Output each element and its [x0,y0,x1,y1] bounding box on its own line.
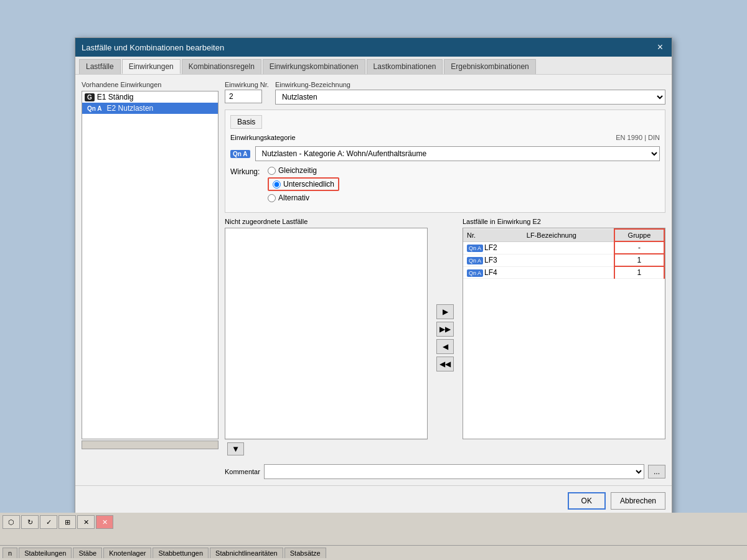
basis-tab-label[interactable]: Basis [230,115,262,129]
lf3-bezeichnung [523,254,614,266]
bottom-tab-stabbettungen[interactable]: Stabbettungen [153,548,209,558]
move-left-button[interactable]: ◀ [436,339,454,354]
toolbar-btn-4[interactable]: ⊞ [59,515,76,529]
close-button[interactable]: × [655,42,665,53]
bottom-tab-n[interactable]: n [2,548,17,558]
radio-unterschiedlich-input[interactable] [273,180,281,189]
einwirkung-bezeichnung-select[interactable]: Nutzlasten [275,90,665,105]
radio-alternativ[interactable]: Alternativ [268,194,339,202]
radio-gleichzeitig[interactable]: Gleichzeitig [268,166,339,175]
toolbar-row: ⬡ ↻ ✓ ⊞ ✕ ✕ [0,513,747,531]
bottom-tabs: n Stabteilungen Stäbe Knotenlager Stabbe… [0,545,747,560]
table-row[interactable]: Qn ALF3 1 [463,254,664,266]
wirkung-label: Wirkung: [230,166,268,176]
tab-kombinationsregeln[interactable]: Kombinationsregeln [182,59,261,74]
lf4-gruppe: 1 [614,266,664,279]
left-panel-label: Vorhandene Einwirkungen [82,81,218,88]
tab-einwirkungen[interactable]: Einwirkungen [122,59,181,74]
toolbar-btn-2[interactable]: ↻ [21,515,39,529]
list-item-e2[interactable]: Qn A E2 Nutzlasten [82,103,218,114]
cancel-button[interactable]: Abbrechen [611,492,665,510]
wirkung-radio-group: Gleichzeitig Unterschiedlich Alternativ [268,166,339,202]
nicht-zugeordnete-panel: Nicht zugeordnete Lastfälle ▼ [225,218,428,458]
right-panel: Einwirkung Nr. Einwirkung-Bezeichnung Nu… [225,81,665,479]
field-row: Einwirkung Nr. Einwirkung-Bezeichnung Nu… [225,81,665,105]
tab-einwirkungskombinationen[interactable]: Einwirkungskombinationen [263,59,365,74]
toolbar-btn-delete[interactable]: ✕ [96,515,113,529]
nicht-zugeordnete-list[interactable] [225,228,428,439]
lastfaelle-einwirkung-label: Lastfälle in Einwirkung E2 [463,218,665,225]
einwirkung-bezeichnung-group: Einwirkung-Bezeichnung Nutzlasten [275,81,665,105]
transfer-buttons: ▶ ▶▶ ◀ ◀◀ [434,218,456,458]
nicht-zugeordnete-label: Nicht zugeordnete Lastfälle [225,218,428,225]
badge-qna-e2: Qn A [85,105,105,113]
e1-id: E1 [97,93,106,101]
bottom-tab-staebe[interactable]: Stäbe [73,548,102,558]
lastfaelle-einwirkung-panel: Lastfälle in Einwirkung E2 Nr. LF-Bezeic… [463,218,665,458]
tab-bar: Lastfälle Einwirkungen Kombinationsregel… [75,57,672,75]
lf2-bezeichnung [523,241,614,254]
basis-section: Basis Einwirkungskategorie EN 1990 | DIN… [225,110,665,213]
e2-id: E2 [107,104,116,113]
kategorie-select-row: Qn A Nutzlasten - Kategorie A: Wohn/Aufe… [230,146,660,161]
bottom-tab-knotenlager[interactable]: Knotenlager [103,548,151,558]
kategorie-badge: Qn A [230,150,250,158]
kommentar-label: Kommentar [225,468,260,475]
title-bar: Lastfälle und Kombinationen bearbeiten × [75,38,672,57]
kommentar-input[interactable] [264,464,644,479]
lastfaelle-einwirkung-list[interactable]: Nr. LF-Bezeichnung Gruppe Qn ALF2 [463,228,665,439]
dialog-body: Vorhandene Einwirkungen G E1 Ständig Qn … [75,75,672,485]
move-all-right-button[interactable]: ▶▶ [436,322,454,337]
list-item-e1[interactable]: G E1 Ständig [82,91,218,103]
radio-unterschiedlich-label: Unterschiedlich [283,180,334,189]
move-right-button[interactable]: ▶ [436,304,454,319]
bottom-tab-stabteilungen[interactable]: Stabteilungen [19,548,72,558]
dialog-columns: Vorhandene Einwirkungen G E1 Ständig Qn … [82,81,665,479]
lf2-nr: Qn ALF2 [463,241,523,254]
left-scrollbar[interactable] [82,441,218,449]
tab-ergebniskombinationen[interactable]: Ergebniskombinationen [444,59,535,74]
move-all-left-button[interactable]: ◀◀ [436,357,454,371]
kategorie-select[interactable]: Nutzlasten - Kategorie A: Wohn/Aufenthal… [255,146,660,161]
radio-gleichzeitig-label: Gleichzeitig [278,166,317,175]
einwirkung-nr-input[interactable] [225,90,262,103]
dialog-title: Lastfälle und Kombinationen bearbeiten [82,43,224,52]
radio-gleichzeitig-input[interactable] [268,167,276,175]
toolbar-btn-5[interactable]: ✕ [77,515,95,529]
col-bezeichnung: LF-Bezeichnung [523,229,614,241]
toolbar-btn-1[interactable]: ⬡ [2,515,20,529]
lf-table: Nr. LF-Bezeichnung Gruppe Qn ALF2 [463,228,665,279]
bottom-tab-stabsaetze[interactable]: Stabsätze [284,548,326,558]
tab-lastfaelle[interactable]: Lastfälle [79,59,121,74]
kommentar-button[interactable]: ... [648,465,665,478]
bottom-toolbar-area: ⬡ ↻ ✓ ⊞ ✕ ✕ [0,513,747,545]
filter-button[interactable]: ▼ [227,442,244,455]
lastfaelle-container: Nicht zugeordnete Lastfälle ▼ ▶ ▶▶ ◀ [225,218,665,458]
einwirkungen-list[interactable]: G E1 Ständig Qn A E2 Nutzlasten [82,91,218,439]
ok-button[interactable]: OK [568,492,606,510]
bottom-tab-stabnichtlinearitaeten[interactable]: Stabnichtlinearitäten [210,548,283,558]
lf2-gruppe: - [614,241,664,254]
kategorie-label: Einwirkungskategorie [230,134,296,141]
radio-unterschiedlich[interactable]: Unterschiedlich [268,177,339,191]
e1-name: Ständig [108,93,134,101]
e2-name: Nutzlasten [118,104,154,113]
einwirkung-nr-label: Einwirkung Nr. [225,81,269,88]
lf3-nr: Qn ALF3 [463,254,523,266]
lf4-nr: Qn ALF4 [463,266,523,279]
tab-lastkombinationen[interactable]: Lastkombinationen [367,59,443,74]
einwirkung-bezeichnung-label: Einwirkung-Bezeichnung [275,81,665,88]
norm-label: EN 1990 | DIN [616,134,660,141]
badge-g: G [85,93,95,101]
lf3-gruppe: 1 [614,254,664,266]
radio-alternativ-label: Alternativ [278,194,309,202]
toolbar-btn-3[interactable]: ✓ [40,515,57,529]
filter-area: ▼ [225,439,428,458]
table-row[interactable]: Qn ALF2 - [463,241,664,254]
table-row[interactable]: Qn ALF4 1 [463,266,664,279]
lf4-bezeichnung [523,266,614,279]
left-panel: Vorhandene Einwirkungen G E1 Ständig Qn … [82,81,218,479]
col-gruppe: Gruppe [614,229,664,241]
radio-alternativ-input[interactable] [268,194,276,202]
einwirkung-nr-group: Einwirkung Nr. [225,81,269,103]
